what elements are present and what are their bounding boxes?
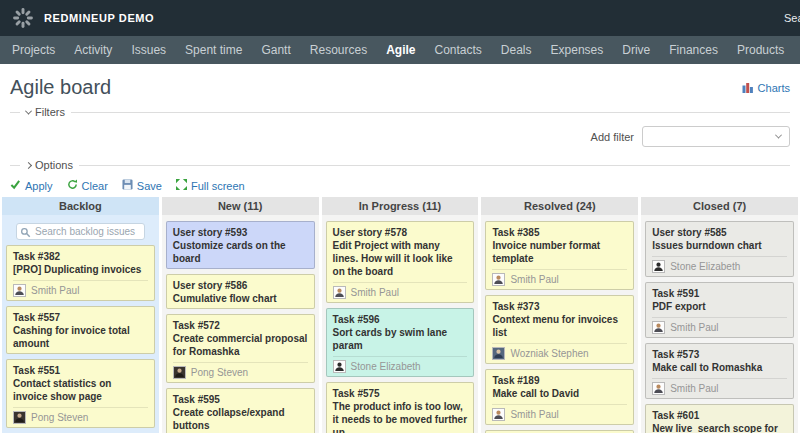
avatar bbox=[13, 284, 26, 297]
issue-id[interactable]: Task #591 bbox=[652, 287, 787, 300]
board-column-in-progress: In Progress (11)User story #578Edit Proj… bbox=[322, 197, 479, 433]
issue-card[interactable]: Task #596Sort cards by swim lane paramSt… bbox=[326, 308, 475, 377]
issue-id[interactable]: Task #575 bbox=[333, 387, 468, 400]
issue-subject: Issues burndown chart bbox=[652, 239, 787, 252]
add-filter-select[interactable] bbox=[642, 126, 790, 147]
issue-id[interactable]: Task #573 bbox=[652, 348, 787, 361]
issue-card[interactable]: Task #557Cashing for invoice total amoun… bbox=[6, 306, 155, 354]
avatar bbox=[652, 321, 665, 334]
issue-id[interactable]: User story #593 bbox=[173, 226, 308, 239]
issue-card[interactable]: Task #595Create collapse/expand buttonsS… bbox=[166, 388, 315, 433]
issue-id[interactable]: Task #595 bbox=[173, 393, 308, 406]
issue-id[interactable]: User story #578 bbox=[333, 226, 468, 239]
assignee-name: Smith Paul bbox=[670, 383, 718, 394]
issue-id[interactable]: Task #382 bbox=[13, 250, 148, 263]
filters-legend[interactable]: Filters bbox=[35, 106, 65, 118]
divider bbox=[71, 112, 790, 113]
reload-icon bbox=[67, 179, 78, 192]
nav-item-spent-time[interactable]: Spent time bbox=[185, 43, 242, 57]
board-column-backlog: BacklogTask #382[PRO] Duplicating invoic… bbox=[2, 197, 159, 433]
fullscreen-button[interactable]: Full screen bbox=[176, 179, 245, 192]
chevron-down-icon[interactable] bbox=[25, 107, 32, 114]
issue-id[interactable]: User story #586 bbox=[173, 279, 308, 292]
apply-button[interactable]: Apply bbox=[10, 179, 53, 192]
issue-card[interactable]: Task #551Contact statistics on invoice s… bbox=[6, 359, 155, 428]
issue-id[interactable]: Task #557 bbox=[13, 311, 148, 324]
issue-subject: Sort cards by swim lane param bbox=[333, 326, 468, 352]
column-header: Backlog bbox=[2, 197, 159, 215]
save-button[interactable]: Save bbox=[122, 179, 162, 192]
nav-item-expenses[interactable]: Expenses bbox=[551, 43, 604, 57]
clear-button[interactable]: Clear bbox=[67, 179, 108, 192]
main-nav: ProjectsActivityIssuesSpent timeGanttRes… bbox=[0, 36, 800, 64]
options-legend[interactable]: Options bbox=[35, 159, 73, 171]
issue-card[interactable]: Task #189Make call to DavidSmith Paul bbox=[485, 369, 634, 425]
avatar bbox=[652, 382, 665, 395]
issue-card[interactable]: User story #593Customize cards on the bo… bbox=[166, 221, 315, 269]
issue-card[interactable]: Task #382[PRO] Duplicating invoicesSmith… bbox=[6, 245, 155, 301]
backlog-search bbox=[16, 221, 145, 240]
issue-id[interactable]: Task #596 bbox=[333, 313, 468, 326]
avatar bbox=[333, 286, 346, 299]
issue-subject: Edit Project with many lines. How will i… bbox=[333, 239, 468, 278]
issue-card[interactable]: Task #572Create commercial proposal for … bbox=[166, 314, 315, 383]
nav-item-products[interactable]: Products bbox=[737, 43, 784, 57]
assignee-name: Smith Paul bbox=[510, 274, 558, 285]
chevron-right-icon[interactable] bbox=[25, 161, 32, 168]
issue-card[interactable]: Task #591PDF exportSmith Paul bbox=[645, 282, 794, 338]
issue-card[interactable]: Task #575The product info is too low, it… bbox=[326, 382, 475, 433]
issue-assignee: Smith Paul bbox=[652, 317, 787, 334]
charts-icon bbox=[742, 81, 754, 95]
nav-item-issues[interactable]: Issues bbox=[131, 43, 166, 57]
assignee-name: Smith Paul bbox=[351, 287, 399, 298]
add-filter-label: Add filter bbox=[591, 131, 634, 143]
issue-id[interactable]: Task #373 bbox=[492, 300, 627, 313]
issue-id[interactable]: User story #585 bbox=[652, 226, 787, 239]
issue-card[interactable]: Task #373Context menu for invoices listW… bbox=[485, 295, 634, 364]
backlog-search-input[interactable] bbox=[16, 223, 145, 240]
nav-item-finances[interactable]: Finances bbox=[669, 43, 718, 57]
nav-item-contacts[interactable]: Contacts bbox=[435, 43, 482, 57]
issue-id[interactable]: Task #189 bbox=[492, 374, 627, 387]
issue-id[interactable]: Task #601 bbox=[652, 409, 787, 422]
issue-subject: New live_search scope for issue bbox=[652, 422, 787, 433]
issue-card[interactable]: User story #586Cumulative flow chart bbox=[166, 274, 315, 309]
avatar bbox=[13, 411, 26, 424]
issue-subject: Create commercial proposal for Romashka bbox=[173, 332, 308, 358]
search-icon bbox=[20, 224, 31, 242]
nav-item-agile[interactable]: Agile bbox=[386, 43, 415, 57]
filters-fieldset: Filters Add filter bbox=[10, 104, 790, 155]
assignee-name: Smith Paul bbox=[31, 285, 79, 296]
assignee-name: Smith Paul bbox=[670, 322, 718, 333]
nav-item-resources[interactable]: Resources bbox=[310, 43, 367, 57]
issue-card[interactable]: User story #585Issues burndown chartSton… bbox=[645, 221, 794, 277]
issue-card[interactable]: Task #385Invoice number format templateS… bbox=[485, 221, 634, 290]
agile-board: BacklogTask #382[PRO] Duplicating invoic… bbox=[0, 197, 800, 433]
issue-card[interactable]: Task #573Make call to RomashkaSmith Paul bbox=[645, 343, 794, 399]
nav-item-activity[interactable]: Activity bbox=[74, 43, 112, 57]
fullscreen-icon bbox=[176, 179, 187, 192]
issue-subject: PDF export bbox=[652, 300, 787, 313]
issue-card[interactable]: User story #578Edit Project with many li… bbox=[326, 221, 475, 303]
assignee-name: Stone Elizabeth bbox=[351, 361, 421, 372]
column-header: Closed (7) bbox=[641, 197, 798, 215]
avatar bbox=[173, 366, 186, 379]
issue-id[interactable]: Task #572 bbox=[173, 319, 308, 332]
nav-item-drive[interactable]: Drive bbox=[622, 43, 650, 57]
issue-id[interactable]: Task #385 bbox=[492, 226, 627, 239]
issue-card[interactable]: Task #601New live_search scope for issue… bbox=[645, 404, 794, 433]
avatar bbox=[492, 408, 505, 421]
charts-link[interactable]: Charts bbox=[742, 81, 790, 95]
nav-item-deals[interactable]: Deals bbox=[501, 43, 532, 57]
nav-item-gantt[interactable]: Gantt bbox=[261, 43, 290, 57]
issue-subject: Invoice number format template bbox=[492, 239, 627, 265]
floppy-save-icon bbox=[122, 179, 133, 192]
top-bar: REDMINEUP DEMO Search bbox=[0, 0, 800, 36]
issue-assignee: Pong Steven bbox=[13, 407, 148, 424]
chevron-down-icon bbox=[775, 132, 782, 139]
column-body: Task #382[PRO] Duplicating invoicesSmith… bbox=[2, 215, 159, 433]
top-search-link[interactable]: Search bbox=[784, 12, 800, 24]
column-body: User story #578Edit Project with many li… bbox=[322, 215, 479, 433]
nav-item-projects[interactable]: Projects bbox=[12, 43, 55, 57]
issue-id[interactable]: Task #551 bbox=[13, 364, 148, 377]
